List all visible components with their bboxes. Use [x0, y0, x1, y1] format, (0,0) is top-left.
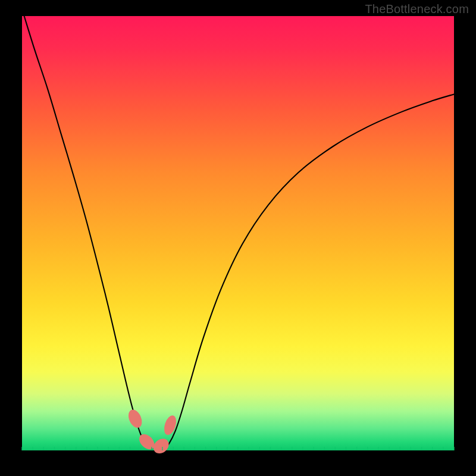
marker — [126, 408, 145, 430]
ruler-tick — [33, 447, 33, 450]
ruler-tick — [270, 447, 271, 450]
ruler-tick — [367, 447, 368, 450]
ruler-tick — [21, 447, 22, 450]
ruler-tick — [173, 447, 174, 450]
ruler-tick — [97, 447, 98, 450]
ruler-tick — [378, 447, 378, 450]
ruler-tick — [151, 447, 152, 450]
ruler-tick — [292, 447, 292, 450]
marker — [162, 414, 178, 437]
ruler-tick — [195, 447, 195, 450]
ruler-tick — [356, 447, 357, 450]
ruler-tick — [313, 447, 314, 450]
curve-left — [24, 16, 152, 449]
ruler-tick — [43, 447, 44, 450]
ruler-tick — [259, 447, 260, 450]
ruler-tick — [54, 447, 55, 450]
ruler-tick — [237, 447, 238, 450]
ruler-tick — [443, 447, 443, 450]
ruler-tick — [140, 447, 141, 450]
chart-frame: TheBottleneck.com — [0, 0, 476, 476]
ruler-tick — [281, 447, 281, 450]
ruler-tick — [249, 447, 249, 450]
markers — [126, 408, 178, 456]
ruler-tick — [302, 447, 303, 450]
ruler-tick — [86, 447, 87, 450]
ruler-tick — [411, 447, 411, 450]
ruler-tick — [227, 447, 227, 450]
ruler-tick — [346, 447, 346, 450]
bottom-ruler — [21, 447, 454, 450]
marker — [151, 436, 172, 456]
ruler-tick — [421, 447, 422, 450]
ruler-tick — [205, 447, 206, 450]
chart-overlay — [0, 0, 476, 476]
ruler-tick — [162, 447, 162, 450]
ruler-tick — [76, 447, 76, 450]
ruler-tick — [453, 447, 454, 450]
ruler-tick — [65, 447, 65, 450]
curve-right — [165, 94, 454, 448]
ruler-tick — [108, 447, 109, 450]
ruler-tick — [130, 447, 130, 450]
ruler-tick — [324, 447, 325, 450]
credit-text: TheBottleneck.com — [365, 2, 469, 16]
ruler-tick — [432, 447, 433, 450]
ruler-tick — [389, 447, 390, 450]
ruler-tick — [216, 447, 217, 450]
ruler-tick — [335, 447, 336, 450]
ruler-tick — [184, 447, 184, 450]
ruler-tick — [400, 447, 400, 450]
ruler-tick — [119, 447, 120, 450]
